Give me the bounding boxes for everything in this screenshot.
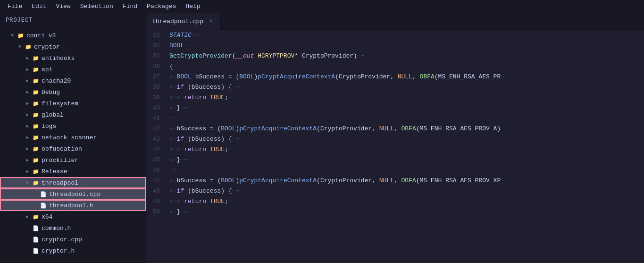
sidebar-item-cryptor[interactable]: cryptor <box>0 41 146 52</box>
line-content-37: »·BOOL bSuccess = (BOOL)pCryptAcquireCon… <box>167 71 644 82</box>
menu-view[interactable]: View <box>52 1 74 11</box>
tab-bar: threadpool.cpp × <box>146 13 644 30</box>
tab-label: threadpool.cpp <box>152 18 203 25</box>
line-content-36: {·¬ <box>167 61 644 71</box>
line-num-48: 48 <box>146 186 167 196</box>
sidebar-item-filesystem[interactable]: filesystem <box>0 98 146 109</box>
sidebar-item-antihooks[interactable]: antihooks <box>0 52 146 64</box>
tab-threadpool-cpp[interactable]: threadpool.cpp × <box>146 13 221 30</box>
folder-icon-global <box>32 111 40 119</box>
code-line-47: 47 »·bSuccess = (BOOL)pCryptAcquireConte… <box>146 175 644 186</box>
folder-icon-release <box>32 168 40 175</box>
code-line-35: 35 GetCryptoProvider(__out HCRYPTPROV* C… <box>146 51 644 61</box>
label-threadpool-cpp: threadpool.cpp <box>49 191 100 198</box>
folder-icon-cryptor <box>25 43 32 51</box>
folder-icon-conti_v3 <box>17 32 25 39</box>
folder-icon-threadpool <box>32 179 40 187</box>
chevron-x64 <box>25 214 30 220</box>
line-num-45: 45 <box>146 154 167 165</box>
folder-icon-logs <box>32 122 40 130</box>
line-num-38: 38 <box>146 82 167 92</box>
sidebar-item-api[interactable]: api <box>0 64 146 75</box>
chevron-empty-threadpool-cpp <box>32 191 38 197</box>
sidebar-item-threadpool[interactable]: threadpool <box>0 177 146 188</box>
sidebar-header: Project <box>0 13 146 28</box>
line-num-50: 50 <box>146 206 167 217</box>
sidebar-item-chacha20[interactable]: chacha20 <box>0 75 146 86</box>
folder-icon-api <box>32 66 40 73</box>
line-content-41: ·¬ <box>167 113 644 123</box>
line-num-49: 49 <box>146 196 167 206</box>
code-editor[interactable]: 33 STATIC·¬ 34 BOOL·¬ 35 GetCrypt <box>146 30 644 263</box>
line-num-47: 47 <box>146 175 167 186</box>
file-icon-cryptor-h <box>32 247 40 255</box>
menu-selection[interactable]: Selection <box>76 1 117 11</box>
line-num-40: 40 <box>146 102 167 113</box>
folder-icon-network_scanner <box>32 134 40 141</box>
file-icon-common-h <box>32 224 40 232</box>
label-release: Release <box>42 168 67 175</box>
menu-file[interactable]: File <box>4 1 26 11</box>
label-debug: Debug <box>42 89 60 96</box>
label-threadpool-h: threadpool.h <box>49 202 93 209</box>
line-content-38: »·if (bSuccess) {·¬ <box>167 82 644 92</box>
line-content-49: »·»·return TRUE;·¬ <box>167 196 644 206</box>
sidebar-item-threadpool-cpp[interactable]: threadpool.cpp <box>0 188 146 200</box>
file-icon-cryptor-cpp <box>32 236 40 243</box>
sidebar-item-release[interactable]: Release <box>0 166 146 177</box>
label-logs: logs <box>42 123 56 130</box>
chevron-threadpool <box>25 180 30 186</box>
sidebar-item-global[interactable]: global <box>0 109 146 120</box>
sidebar-item-cryptor-h[interactable]: cryptor.h <box>0 245 146 256</box>
sidebar-item-conti_v3[interactable]: conti_v3 <box>0 30 146 41</box>
line-content-46: ·¬ <box>167 165 644 175</box>
label-network_scanner: network_scanner <box>42 134 97 141</box>
code-line-36: 36 {·¬ <box>146 61 644 71</box>
label-common-h: common.h <box>42 225 71 232</box>
code-line-43: 43 »·if (bSuccess) {·¬ <box>146 134 644 144</box>
code-line-39: 39 »·»·return TRUE;·¬ <box>146 92 644 102</box>
code-lines: 33 STATIC·¬ 34 BOOL·¬ 35 GetCrypt <box>146 30 644 217</box>
chevron-release <box>25 169 30 174</box>
sidebar-item-prockiller[interactable]: prockiller <box>0 154 146 166</box>
code-line-50: 50 »·}·¬ <box>146 206 644 217</box>
menu-find[interactable]: Find <box>119 1 141 11</box>
code-line-49: 49 »·»·return TRUE;·¬ <box>146 196 644 206</box>
code-line-38: 38 »·if (bSuccess) {·¬ <box>146 82 644 92</box>
line-content-39: »·»·return TRUE;·¬ <box>167 92 644 102</box>
label-conti_v3: conti_v3 <box>26 32 56 39</box>
line-content-50: »·}·¬ <box>167 206 644 217</box>
label-antihooks: antihooks <box>42 55 75 62</box>
file-icon-threadpool-cpp <box>40 190 47 198</box>
sidebar-item-common-h[interactable]: common.h <box>0 222 146 234</box>
tab-close-button[interactable]: × <box>207 17 215 25</box>
label-global: global <box>42 111 64 119</box>
sidebar-item-cryptor-cpp[interactable]: cryptor.cpp <box>0 234 146 245</box>
chevron-prockiller <box>25 157 30 163</box>
line-num-41: 41 <box>146 113 167 123</box>
chevron-obfuscation <box>25 146 30 152</box>
chevron-global <box>25 112 30 118</box>
sidebar-tree: conti_v3 cryptor antihooks api <box>0 28 146 263</box>
folder-icon-chacha20 <box>32 77 40 85</box>
line-content-44: »·»·return TRUE;·¬ <box>167 144 644 154</box>
label-api: api <box>42 66 52 73</box>
sidebar-item-threadpool-h[interactable]: threadpool.h <box>0 200 146 211</box>
menu-packages[interactable]: Packages <box>143 1 180 11</box>
line-content-33: STATIC·¬ <box>167 30 644 40</box>
line-content-42: »·bSuccess = (BOOL)pCryptAcquireContextA… <box>167 123 644 134</box>
sidebar-item-logs[interactable]: logs <box>0 120 146 132</box>
menu-help[interactable]: Help <box>182 1 204 11</box>
sidebar-item-obfuscation[interactable]: obfuscation <box>0 143 146 154</box>
sidebar-item-x64[interactable]: x64 <box>0 211 146 222</box>
menu-edit[interactable]: Edit <box>28 1 50 11</box>
code-line-34: 34 BOOL·¬ <box>146 40 644 51</box>
main-layout: Project conti_v3 cryptor antihooks <box>0 13 644 263</box>
line-num-33: 33 <box>146 30 167 40</box>
code-line-46: 46 ·¬ <box>146 165 644 175</box>
line-content-48: »·if (bSuccess) {·¬ <box>167 186 644 196</box>
code-line-37: 37 »·BOOL bSuccess = (BOOL)pCryptAcquire… <box>146 71 644 82</box>
chevron-logs <box>25 123 30 129</box>
sidebar-item-network_scanner[interactable]: network_scanner <box>0 132 146 143</box>
sidebar-item-debug[interactable]: Debug <box>0 86 146 98</box>
